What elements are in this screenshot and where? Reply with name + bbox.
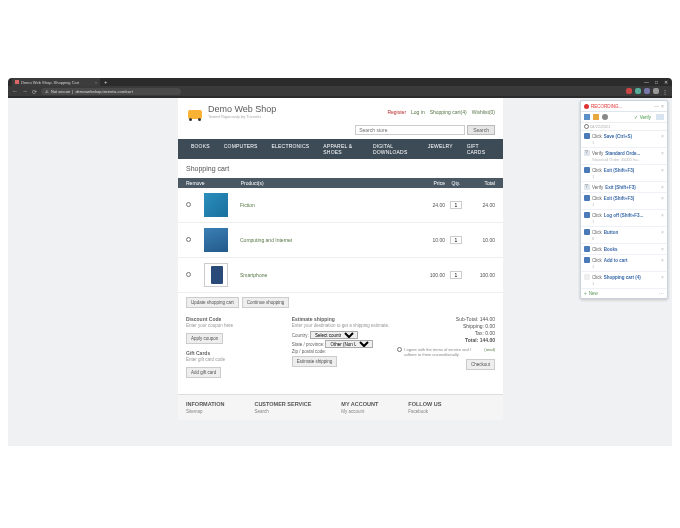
window-close-icon[interactable]: ✕ bbox=[664, 79, 668, 85]
step-type-icon bbox=[584, 167, 590, 173]
remove-checkbox[interactable] bbox=[186, 202, 191, 207]
cart-link[interactable]: Shopping cart(4) bbox=[430, 109, 467, 115]
cart-row: Fiction 24.00 24.00 bbox=[178, 188, 503, 223]
footer-link[interactable]: Sitemap bbox=[186, 409, 224, 414]
panel-minimize-icon[interactable]: — bbox=[654, 103, 659, 109]
step-delete-icon[interactable]: × bbox=[661, 184, 664, 190]
recorder-step[interactable]: Click Exit (Shift+F3)×1 bbox=[581, 193, 667, 210]
recorder-step[interactable]: Click Save (Ctrl+S)×1 bbox=[581, 131, 667, 148]
recorder-step[interactable]: Verify Standard Orde...×Standard Order 4… bbox=[581, 148, 667, 165]
footer-heading: INFORMATION bbox=[186, 401, 224, 407]
shipping-value: 0.00 bbox=[485, 323, 495, 329]
panel-expand-icon[interactable] bbox=[656, 114, 664, 120]
add-step-icon[interactable]: + bbox=[584, 291, 587, 296]
product-total: 10.00 bbox=[467, 237, 495, 243]
nav-item[interactable]: BOOKS bbox=[184, 139, 217, 159]
browser-menu-icon[interactable]: ⋮ bbox=[662, 88, 668, 94]
target-icon[interactable] bbox=[602, 114, 608, 120]
home-icon[interactable] bbox=[584, 114, 590, 120]
nav-item[interactable]: ELECTRONICS bbox=[265, 139, 317, 159]
nav-reload-icon[interactable]: ⟳ bbox=[32, 88, 37, 95]
nav-item[interactable]: JEWELRY bbox=[421, 139, 460, 159]
url-field[interactable]: ⚠ Not secure | demowebshop.tricentis.com… bbox=[41, 88, 181, 95]
step-delete-icon[interactable]: × bbox=[661, 274, 664, 280]
new-tab-button[interactable]: + bbox=[104, 79, 108, 85]
wishlist-link[interactable]: Wishlist(0) bbox=[472, 109, 495, 115]
footer-link[interactable]: Facebook bbox=[408, 409, 441, 414]
terms-checkbox[interactable] bbox=[397, 347, 402, 352]
window-minimize-icon[interactable]: — bbox=[644, 79, 649, 85]
recorder-step[interactable]: Click Exit (Shift+F3)×1 bbox=[581, 165, 667, 182]
new-step-label[interactable]: New bbox=[589, 291, 598, 296]
history-icon[interactable] bbox=[593, 114, 599, 120]
step-action: Click bbox=[592, 213, 602, 218]
recorder-step[interactable]: Click Add to cart×1 bbox=[581, 255, 667, 272]
product-price: 24.00 bbox=[417, 202, 445, 208]
step-target: Books bbox=[604, 247, 659, 252]
step-delete-icon[interactable]: × bbox=[661, 229, 664, 235]
footer-link[interactable]: Search bbox=[254, 409, 311, 414]
apply-coupon-button[interactable]: Apply coupon bbox=[186, 333, 223, 344]
panel-more-icon[interactable]: ⋯ bbox=[659, 291, 664, 296]
nav-item[interactable]: DIGITAL DOWNLOADS bbox=[366, 139, 421, 159]
browser-tab[interactable]: Demo Web Shop. Shopping Cart × bbox=[12, 78, 100, 86]
recorder-step[interactable]: Verify Exit (Shift+F3)× bbox=[581, 182, 667, 193]
product-name[interactable]: Fiction bbox=[240, 202, 417, 208]
register-link[interactable]: Register bbox=[387, 109, 406, 115]
total-value: 144.00 bbox=[480, 337, 495, 343]
footer-heading: FOLLOW US bbox=[408, 401, 441, 407]
qty-input[interactable] bbox=[450, 201, 462, 209]
checkout-button[interactable]: Checkout bbox=[466, 359, 495, 370]
step-target: Exit (Shift+F3) bbox=[604, 196, 659, 201]
step-detail: 1 bbox=[584, 140, 664, 145]
panel-close-icon[interactable]: × bbox=[661, 103, 664, 109]
extension-icon[interactable] bbox=[635, 88, 641, 94]
recorder-step[interactable]: Click Log off (Shift+F3...×1 bbox=[581, 210, 667, 227]
login-link[interactable]: Log in bbox=[411, 109, 425, 115]
qty-input[interactable] bbox=[450, 271, 462, 279]
window-maximize-icon[interactable]: □ bbox=[655, 79, 658, 85]
step-delete-icon[interactable]: × bbox=[661, 212, 664, 218]
recorder-step[interactable]: Click Books× bbox=[581, 244, 667, 255]
col-total: Total bbox=[467, 180, 495, 186]
verify-button[interactable]: Verify bbox=[634, 115, 651, 120]
product-name[interactable]: Smartphone bbox=[240, 272, 417, 278]
nav-item[interactable]: APPAREL & SHOES bbox=[316, 139, 366, 159]
estimate-shipping-button[interactable]: Estimate shipping bbox=[292, 356, 338, 367]
search-input[interactable] bbox=[355, 125, 465, 135]
terms-read-link[interactable]: (read) bbox=[484, 347, 495, 357]
search-button[interactable]: Search bbox=[467, 125, 495, 135]
nav-forward-icon[interactable]: → bbox=[22, 88, 28, 94]
nav-item[interactable]: COMPUTERS bbox=[217, 139, 265, 159]
add-giftcard-button[interactable]: Add gift card bbox=[186, 367, 221, 378]
step-delete-icon[interactable]: × bbox=[661, 257, 664, 263]
product-name[interactable]: Computing and Internet bbox=[240, 237, 417, 243]
remove-checkbox[interactable] bbox=[186, 272, 191, 277]
country-select[interactable]: Select country bbox=[310, 331, 358, 339]
qty-input[interactable] bbox=[450, 236, 462, 244]
remove-checkbox[interactable] bbox=[186, 237, 191, 242]
step-delete-icon[interactable]: × bbox=[661, 246, 664, 252]
step-type-icon bbox=[584, 184, 590, 190]
extension-icon[interactable] bbox=[626, 88, 632, 94]
step-delete-icon[interactable]: × bbox=[661, 150, 664, 156]
nav-back-icon[interactable]: ← bbox=[12, 88, 18, 94]
step-delete-icon[interactable]: × bbox=[661, 167, 664, 173]
update-cart-button[interactable]: Update shopping cart bbox=[186, 297, 239, 308]
step-delete-icon[interactable]: × bbox=[661, 195, 664, 201]
recorder-step[interactable]: Click Button×0 bbox=[581, 227, 667, 244]
tab-close-icon[interactable]: × bbox=[95, 80, 97, 85]
nav-item[interactable]: GIFT CARDS bbox=[460, 139, 497, 159]
state-select[interactable]: Other (Non US) bbox=[325, 340, 373, 348]
extension-icon[interactable] bbox=[644, 88, 650, 94]
step-delete-icon[interactable]: × bbox=[661, 133, 664, 139]
logo-icon[interactable] bbox=[186, 105, 204, 119]
recorder-step[interactable]: Click Shopping cart (4)×1 bbox=[581, 272, 667, 289]
footer-link[interactable]: My account bbox=[341, 409, 378, 414]
col-price: Price bbox=[417, 180, 445, 186]
profile-avatar-icon[interactable] bbox=[653, 88, 659, 94]
session-checkbox[interactable] bbox=[584, 124, 589, 129]
step-action: Click bbox=[592, 230, 602, 235]
continue-shopping-button[interactable]: Continue shopping bbox=[242, 297, 290, 308]
page-viewport: Demo Web Shop Tested Rigorously by Trice… bbox=[8, 98, 672, 446]
